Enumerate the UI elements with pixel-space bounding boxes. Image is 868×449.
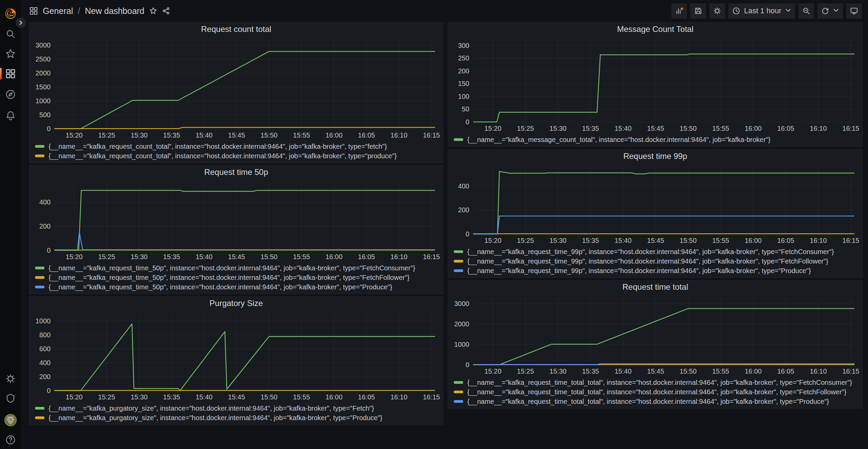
panel-title[interactable]: Request time 99p <box>448 150 862 163</box>
svg-text:16:00: 16:00 <box>745 367 762 375</box>
grafana-logo[interactable] <box>4 7 17 20</box>
expand-sidebar-button[interactable] <box>16 18 26 28</box>
time-series-chart[interactable]: 15:2015:2515:3015:3515:4015:4515:5015:55… <box>32 309 440 401</box>
panel-request-count-total: Request count total 15:2015:2515:3015:35… <box>29 22 443 163</box>
legend-item[interactable]: {__name__="kafka_request_time_total_tota… <box>454 397 859 406</box>
alerting-bell-icon[interactable] <box>5 110 16 121</box>
svg-text:16:15: 16:15 <box>423 253 440 261</box>
svg-text:15:45: 15:45 <box>647 125 664 132</box>
time-series-chart[interactable]: 15:2015:2515:3015:3515:4015:4515:5015:55… <box>32 35 440 140</box>
legend-item[interactable]: {__name__="kafka_request_time_50p", inst… <box>35 263 439 273</box>
configuration-gear-icon[interactable] <box>5 373 16 384</box>
help-icon[interactable] <box>5 434 16 445</box>
time-series-chart[interactable]: 15:2015:2515:3015:3515:4015:4515:5015:55… <box>451 162 860 245</box>
add-panel-button[interactable] <box>671 3 687 19</box>
user-avatar[interactable] <box>4 414 17 426</box>
legend-item[interactable]: {__name__="kafka_request_time_99p", inst… <box>454 256 859 266</box>
panel-request-time-50p: Request time 50p 15:2015:2515:3015:3515:… <box>29 165 443 294</box>
panel-legend: {__name__="kafka_message_count_total", i… <box>454 135 859 144</box>
svg-text:15:35: 15:35 <box>163 131 180 139</box>
svg-text:15:40: 15:40 <box>196 131 213 139</box>
search-icon[interactable] <box>5 29 16 39</box>
legend-swatch <box>454 391 463 393</box>
legend-label: {__name__="kafka_request_count_total", i… <box>49 152 397 160</box>
explore-compass-icon[interactable] <box>5 89 16 100</box>
panel-title[interactable]: Request time 50p <box>30 166 443 179</box>
cycle-view-mode-button[interactable] <box>846 3 862 19</box>
svg-text:15:40: 15:40 <box>615 367 632 375</box>
svg-text:300: 300 <box>458 42 469 49</box>
legend-item[interactable]: {__name__="kafka_request_count_total", i… <box>35 142 439 151</box>
svg-text:16:15: 16:15 <box>842 237 859 244</box>
panel-title[interactable]: Request count total <box>30 23 443 36</box>
legend-item[interactable]: {__name__="kafka_request_time_total_tota… <box>454 378 859 387</box>
panel-legend: {__name__="kafka_request_count_total", i… <box>35 142 439 161</box>
legend-label: {__name__="kafka_request_time_50p", inst… <box>49 264 415 272</box>
zoom-out-button[interactable] <box>798 3 814 19</box>
dashboard-settings-button[interactable] <box>709 3 725 19</box>
legend-swatch <box>35 145 44 148</box>
svg-text:50: 50 <box>462 105 469 113</box>
panel-legend: {__name__="kafka_request_time_99p", inst… <box>454 247 859 275</box>
svg-text:16:10: 16:10 <box>391 393 408 401</box>
svg-text:2500: 2500 <box>36 55 51 63</box>
legend-item[interactable]: {__name__="kafka_purgatory_size", instan… <box>35 403 439 413</box>
apps-grid-icon <box>29 6 38 15</box>
time-series-chart[interactable]: 15:2015:2515:3015:3515:4015:4515:5015:55… <box>451 293 860 376</box>
time-range-picker[interactable]: Last 1 hour <box>728 3 795 19</box>
svg-text:3000: 3000 <box>454 300 470 307</box>
legend-item[interactable]: {__name__="kafka_request_time_50p", inst… <box>35 282 439 292</box>
panel-legend: {__name__="kafka_request_time_50p", inst… <box>35 263 439 292</box>
svg-text:16:10: 16:10 <box>810 125 827 132</box>
legend-item[interactable]: {__name__="kafka_request_time_99p", inst… <box>454 247 859 256</box>
panel-request-time-99p: Request time 99p 15:2015:2515:3015:3515:… <box>448 149 863 278</box>
svg-text:0: 0 <box>47 387 51 394</box>
refresh-button[interactable] <box>817 3 843 19</box>
svg-text:16:05: 16:05 <box>358 253 375 261</box>
toolbar-actions: Last 1 hour <box>671 3 862 19</box>
svg-text:200: 200 <box>39 222 51 230</box>
panel-legend: {__name__="kafka_purgatory_size", instan… <box>35 403 439 423</box>
svg-text:15:50: 15:50 <box>680 367 697 375</box>
svg-text:15:35: 15:35 <box>163 393 180 401</box>
starred-icon[interactable] <box>5 48 16 59</box>
svg-text:16:05: 16:05 <box>358 393 375 401</box>
svg-text:15:45: 15:45 <box>228 253 245 261</box>
svg-text:16:05: 16:05 <box>777 237 794 244</box>
panel-title[interactable]: Purgatory Size <box>30 297 443 310</box>
legend-item[interactable]: {__name__="kafka_request_time_50p", inst… <box>35 273 439 282</box>
server-admin-shield-icon[interactable] <box>5 393 16 404</box>
legend-swatch <box>454 400 463 403</box>
svg-text:15:25: 15:25 <box>517 125 534 132</box>
dashboards-icon[interactable] <box>5 68 16 79</box>
svg-text:16:15: 16:15 <box>842 125 859 132</box>
svg-text:15:20: 15:20 <box>484 237 501 244</box>
svg-text:15:40: 15:40 <box>196 393 213 401</box>
svg-text:15:35: 15:35 <box>582 237 599 244</box>
breadcrumb-section[interactable]: General <box>43 6 73 16</box>
save-dashboard-button[interactable] <box>690 3 706 19</box>
time-series-chart[interactable]: 15:2015:2515:3015:3515:4015:4515:5015:55… <box>451 35 860 133</box>
svg-text:400: 400 <box>39 198 51 206</box>
time-series-chart[interactable]: 15:2015:2515:3015:3515:4015:4515:5015:55… <box>32 178 440 261</box>
legend-label: {__name__="kafka_message_count_total", i… <box>467 136 771 144</box>
legend-label: {__name__="kafka_purgatory_size", instan… <box>49 405 374 412</box>
svg-text:1000: 1000 <box>36 97 51 105</box>
svg-text:15:35: 15:35 <box>582 367 599 375</box>
panel-title[interactable]: Request time total <box>448 281 862 293</box>
svg-text:15:20: 15:20 <box>484 367 501 375</box>
legend-item[interactable]: {__name__="kafka_request_time_99p", inst… <box>454 266 859 275</box>
legend-label: {__name__="kafka_purgatory_size", instan… <box>49 414 382 422</box>
legend-item[interactable]: {__name__="kafka_message_count_total", i… <box>454 135 859 144</box>
svg-text:15:20: 15:20 <box>66 131 83 139</box>
star-dashboard-icon[interactable] <box>149 7 157 15</box>
panel-title[interactable]: Message Count Total <box>448 23 862 36</box>
svg-text:0: 0 <box>47 125 51 132</box>
svg-text:15:35: 15:35 <box>582 125 599 132</box>
svg-text:15:25: 15:25 <box>517 237 534 244</box>
legend-item[interactable]: {__name__="kafka_purgatory_size", instan… <box>35 413 439 423</box>
share-dashboard-icon[interactable] <box>162 7 170 15</box>
legend-item[interactable]: {__name__="kafka_request_count_total", i… <box>35 151 439 161</box>
svg-text:16:15: 16:15 <box>423 393 440 401</box>
legend-item[interactable]: {__name__="kafka_request_time_total_tota… <box>454 387 859 397</box>
